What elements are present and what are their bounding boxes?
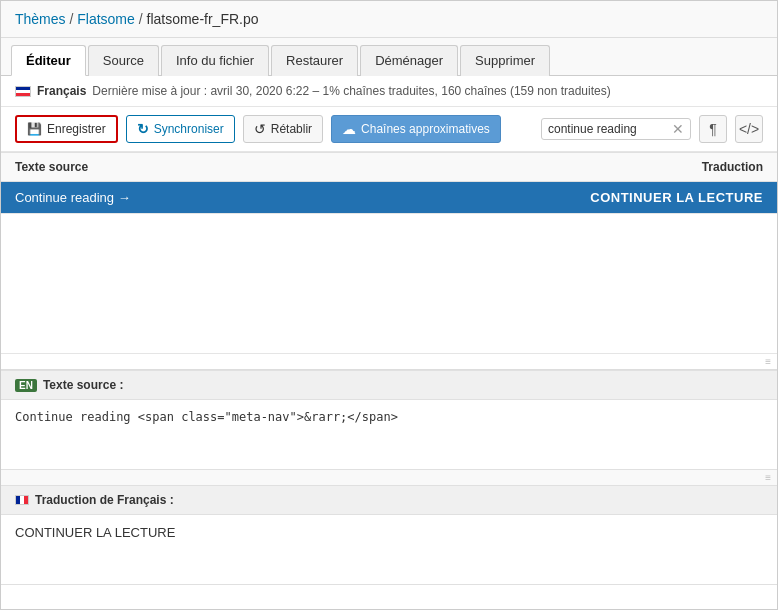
source-panel: EN Texte source : Continue reading <span… [1,370,777,485]
tab-supprimer[interactable]: Supprimer [460,45,550,76]
search-clear-icon[interactable]: ✕ [672,122,684,136]
source-panel-label: Texte source : [43,378,123,392]
tab-restaurer[interactable]: Restaurer [271,45,358,76]
status-details: Dernière mise à jour : avril 30, 2020 6:… [92,84,610,98]
sync-label: Synchroniser [154,122,224,136]
cloud-icon [342,121,356,137]
reset-button[interactable]: Rétablir [243,115,323,143]
translation-panel-label: Traduction de Français : [35,493,174,507]
save-label: Enregistrer [47,122,106,136]
status-language: Français [37,84,86,98]
translation-panel: Traduction de Français : CONTINUER LA LE… [1,485,777,585]
translation-table-section: Texte source Traduction Continue reading… [1,152,777,370]
fr-flag-small [15,495,29,505]
source-panel-content: Continue reading <span class="meta-nav">… [1,400,777,470]
col-source-header: Texte source [1,153,325,182]
source-text: Continue reading <span class="meta-nav">… [15,410,398,424]
fuzzy-label: Chaînes approximatives [361,122,490,136]
sync-icon [137,121,149,137]
tab-info[interactable]: Info du fichier [161,45,269,76]
status-bar: Français Dernière mise à jour : avril 30… [1,76,777,107]
breadcrumb-sep-2: / [139,11,147,27]
tab-source[interactable]: Source [88,45,159,76]
search-box: ✕ [541,118,691,140]
paragraph-icon: ¶ [709,121,717,137]
reset-icon [254,121,266,137]
translation-panel-content[interactable]: CONTINUER LA LECTURE [1,515,777,585]
toolbar: Enregistrer Synchroniser Rétablir Chaîne… [1,107,777,152]
code-icon: </> [739,121,759,137]
translation-text: CONTINUER LA LECTURE [15,525,175,540]
row-translation-text: CONTINUER LA LECTURE [325,182,777,214]
empty-table-area [1,214,777,354]
tabs-bar: Éditeur Source Info du fichier Restaurer… [1,38,777,76]
breadcrumb-file: flatsome-fr_FR.po [147,11,259,27]
page-wrapper: Thèmes / Flatsome / flatsome-fr_FR.po Éd… [0,0,778,610]
save-icon [27,122,42,136]
save-button[interactable]: Enregistrer [15,115,118,143]
fr-flag [15,86,31,97]
table-row[interactable]: Continue reading → CONTINUER LA LECTURE [1,182,777,214]
code-button[interactable]: </> [735,115,763,143]
source-scroll-hint: ≡ [1,470,777,485]
paragraph-button[interactable]: ¶ [699,115,727,143]
tab-editeur[interactable]: Éditeur [11,45,86,76]
col-translation-header: Traduction [325,153,777,182]
search-input[interactable] [548,122,668,136]
sync-button[interactable]: Synchroniser [126,115,235,143]
breadcrumb-flatsome[interactable]: Flatsome [77,11,135,27]
reset-label: Rétablir [271,122,312,136]
scroll-hint: ≡ [1,354,777,369]
translation-table: Texte source Traduction Continue reading… [1,152,777,354]
fuzzy-button[interactable]: Chaînes approximatives [331,115,501,143]
translation-panel-header: Traduction de Français : [1,486,777,515]
source-panel-header: EN Texte source : [1,371,777,400]
row-source-text: Continue reading → [1,182,325,214]
en-badge: EN [15,379,37,392]
breadcrumb-themes[interactable]: Thèmes [15,11,66,27]
breadcrumb: Thèmes / Flatsome / flatsome-fr_FR.po [1,1,777,38]
tab-demenager[interactable]: Déménager [360,45,458,76]
